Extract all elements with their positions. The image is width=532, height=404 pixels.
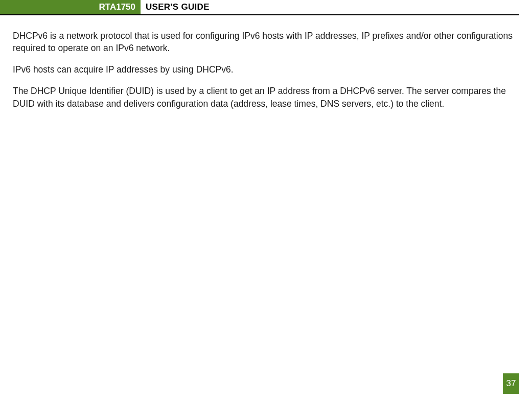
page-header: RTA1750 USER'S GUIDE — [0, 0, 519, 15]
page-content: DHCPv6 is a network protocol that is use… — [0, 15, 532, 110]
page-number-badge: 37 — [503, 373, 519, 394]
header-model-block: RTA1750 — [0, 0, 141, 14]
page-number: 37 — [506, 378, 516, 389]
paragraph-2: IPv6 hosts can acquire IP addresses by u… — [13, 63, 519, 76]
paragraph-3: The DHCP Unique Identifier (DUID) is use… — [13, 85, 519, 109]
product-model: RTA1750 — [99, 2, 136, 12]
paragraph-1: DHCPv6 is a network protocol that is use… — [13, 30, 519, 54]
header-title: USER'S GUIDE — [141, 0, 210, 14]
